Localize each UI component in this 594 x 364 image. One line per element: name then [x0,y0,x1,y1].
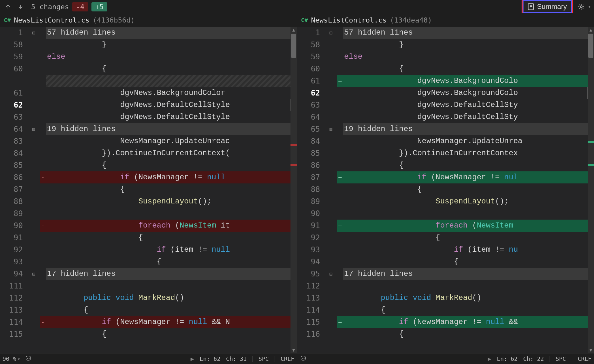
code-line[interactable]: if (NewsManager != null && N [46,316,290,328]
code-line[interactable]: dgvNews.BackgroundColor [46,87,290,99]
code-line[interactable]: }).ContinueInCurrentContext( [46,147,290,159]
code-line[interactable]: { [46,304,290,316]
right-marker-col: ++++ [337,27,343,353]
changes-count-label: 5 changes [31,3,69,11]
left-content[interactable]: 57 hidden lines }else { dgvNews.Backgrou… [46,27,290,353]
copilot-button[interactable] [300,355,307,362]
code-line[interactable]: dgvNews.BackgroundColo [343,87,588,99]
code-line[interactable]: SuspendLayout(); [46,195,290,208]
code-line[interactable]: NewsManager.UpdateUnreac [46,135,290,147]
right-scroll-right-icon[interactable]: ▶ [488,355,491,362]
copilot-button[interactable] [25,355,32,362]
next-change-button[interactable] [16,2,25,11]
left-col-indicator[interactable]: Ch: 31 [226,355,247,362]
code-line[interactable]: NewsManager.UpdateUnrea [343,135,588,147]
code-line[interactable] [46,280,290,292]
left-scrollbar[interactable]: ▲ ▼ [290,27,297,353]
expand-button[interactable]: ⊞ [324,123,337,135]
code-line[interactable]: if (item != nu [343,244,588,256]
code-line[interactable]: } [46,39,290,51]
code-line[interactable]: SuspendLayout(); [343,195,588,208]
code-line[interactable]: 57 hidden lines [46,27,290,39]
right-code-area[interactable]: 1585960616263646584858687888990919293949… [297,27,594,353]
copilot-icon [300,355,307,361]
code-line[interactable]: if (NewsManager != null && [343,316,588,328]
code-line[interactable] [343,280,588,292]
summary-button[interactable]: Summary [523,0,571,13]
code-line[interactable]: 57 hidden lines [343,27,588,39]
code-line[interactable]: } [343,39,588,51]
scroll-up-arrow[interactable]: ▲ [588,27,594,33]
arrow-up-icon [5,4,11,10]
left-commit-hash: (4136b56d) [93,16,135,24]
expand-button[interactable]: ⊞ [27,268,40,280]
code-line[interactable]: { [343,63,588,75]
code-line[interactable]: { [343,328,588,340]
right-scrollbar[interactable]: ▲ ▼ [588,27,594,353]
right-indent-indicator[interactable]: SPC [556,355,566,362]
expand-button[interactable]: ⊞ [324,27,337,39]
left-indent-indicator[interactable]: SPC [258,355,269,362]
scroll-down-arrow[interactable]: ▼ [588,347,594,353]
code-line[interactable]: { [343,256,588,268]
code-line[interactable]: 17 hidden lines [46,268,290,280]
code-line[interactable]: { [46,256,290,268]
code-line[interactable]: dgvNews.DefaultCellStyle [46,111,290,123]
code-line[interactable] [46,75,290,87]
settings-dropdown-caret[interactable]: ▾ [588,4,591,9]
added-count-badge: +5 [91,2,108,11]
settings-button[interactable] [577,2,586,11]
code-line[interactable]: dgvNews.DefaultCellStyle [46,99,290,111]
code-line[interactable]: else [46,51,290,63]
code-line[interactable]: 17 hidden lines [343,268,588,280]
right-line-indicator[interactable]: Ln: 62 [497,355,517,362]
code-line[interactable]: { [46,63,290,75]
expand-button[interactable]: ⊞ [27,123,40,135]
expand-button[interactable]: ⊞ [324,268,337,280]
right-eol-indicator[interactable]: CRLF [578,355,591,362]
code-line[interactable]: { [46,328,290,340]
prev-change-button[interactable] [3,2,13,11]
code-line[interactable]: dgvNews.DefaultCellSty [343,111,588,123]
code-line[interactable]: { [46,232,290,244]
svg-point-3 [29,358,29,358]
code-line[interactable] [46,208,290,220]
code-line[interactable]: foreach (NewsItem [343,220,588,232]
code-line[interactable]: 19 hidden lines [343,123,588,135]
right-expand-col: ⊞⊞⊞ [324,27,337,353]
code-line[interactable]: public void MarkRead() [343,292,588,304]
code-line[interactable]: if (NewsManager != null [46,171,290,183]
left-code-area[interactable]: 1585960616263648384858687888990919293941… [0,27,297,353]
code-line[interactable]: if (item != null [46,244,290,256]
right-col-indicator[interactable]: Ch: 22 [523,355,544,362]
zoom-indicator[interactable]: 90 % ▾ [3,355,20,362]
scrollbar-thumb[interactable] [588,34,593,58]
scroll-up-arrow[interactable]: ▲ [290,27,297,33]
code-line[interactable]: if (NewsManager != nul [343,171,588,183]
left-pane: C# NewsListControl.cs (4136b56d) 1585960… [0,13,297,353]
code-line[interactable]: 19 hidden lines [46,123,290,135]
code-line[interactable]: else [343,51,588,63]
code-line[interactable]: { [343,304,588,316]
scroll-down-arrow[interactable]: ▼ [290,347,297,353]
left-eol-indicator[interactable]: CRLF [281,355,294,362]
code-line[interactable]: { [343,183,588,195]
left-line-indicator[interactable]: Ln: 62 [200,355,220,362]
code-line[interactable]: }).ContinueInCurrentContex [343,147,588,159]
code-line[interactable]: { [46,159,290,171]
scrollbar-thumb[interactable] [291,34,296,58]
left-scroll-right-icon[interactable]: ▶ [190,355,194,362]
code-line[interactable]: { [343,159,588,171]
code-line[interactable]: dgvNews.DefaultCellSty [343,99,588,111]
expand-button[interactable]: ⊞ [27,27,40,39]
left-marker-col: --- [40,27,46,353]
code-line[interactable]: { [343,232,588,244]
code-line[interactable]: { [46,183,290,195]
code-line[interactable]: dgvNews.BackgroundColo [343,75,588,87]
right-filename: NewsListControl.cs [311,16,387,24]
code-line[interactable] [343,208,588,220]
code-line[interactable]: foreach (NewsItem it [46,220,290,232]
copilot-icon [25,355,32,361]
code-line[interactable]: public void MarkRead() [46,292,290,304]
right-content[interactable]: 57 hidden lines }else { dgvNews.Backgrou… [343,27,588,353]
